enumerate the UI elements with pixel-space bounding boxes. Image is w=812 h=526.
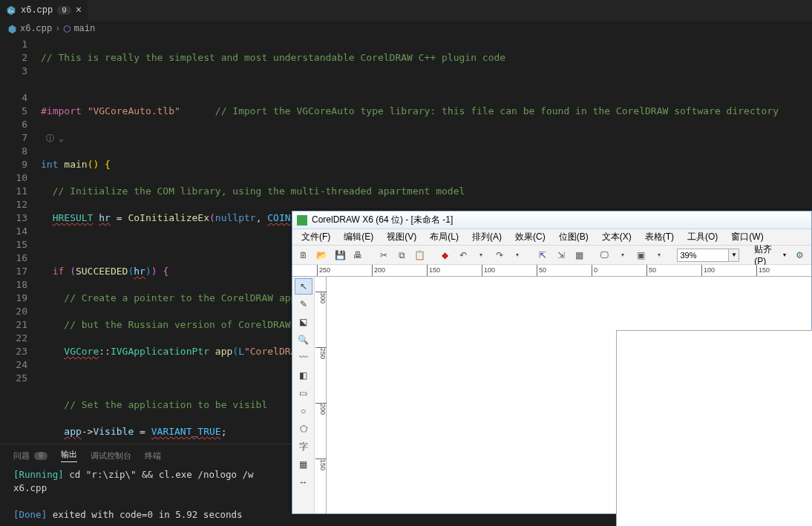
zoom-input[interactable] <box>677 249 729 262</box>
import-icon[interactable]: ⇱ <box>536 248 549 263</box>
polygon-tool-icon[interactable]: ⬠ <box>295 421 312 437</box>
vertical-ruler[interactable]: 300 250 200 150 <box>315 277 327 513</box>
menu-view[interactable]: 视图(V) <box>381 229 422 245</box>
launch-icon[interactable]: 🖵 <box>597 248 611 263</box>
tab-problems[interactable]: 问题 9 <box>13 450 48 461</box>
zoom-combo[interactable]: ▼ <box>677 249 739 262</box>
undo-dd-icon[interactable]: ▾ <box>474 248 488 263</box>
output-running-label: [Running] <box>13 469 64 480</box>
chevron-right-icon: › <box>55 24 60 34</box>
eraser-icon[interactable]: ◆ <box>438 248 451 263</box>
breadcrumb: x6.cpp › ⬡ main <box>0 21 812 37</box>
tab-output[interactable]: 输出 <box>61 449 77 462</box>
zoom-tool-icon[interactable]: 🔍 <box>295 332 312 348</box>
coreldraw-toolbar: 🗎 📂 💾 🖶 ✂ ⧉ 📋 ◆ ↶ ▾ ↷ ▾ ⇱ ⇲ ▦ 🖵 ▾ ▣ ▾ ▼ … <box>292 246 811 265</box>
smart-fill-icon[interactable]: ◧ <box>295 367 312 384</box>
menu-bitmap[interactable]: 位图(B) <box>553 229 595 245</box>
page-rectangle[interactable] <box>616 330 812 526</box>
text-tool-icon[interactable]: 字 <box>295 438 312 455</box>
print-icon[interactable]: 🖶 <box>351 248 364 263</box>
menu-arrange[interactable]: 排列(A) <box>466 229 508 245</box>
tab-problem-badge: 9 <box>57 6 71 15</box>
save-icon[interactable]: 💾 <box>333 248 347 263</box>
cpp-file-icon: C+ <box>6 5 16 16</box>
menu-layout[interactable]: 布局(L) <box>424 229 465 245</box>
publish-icon[interactable]: ▦ <box>572 248 586 263</box>
dimension-tool-icon[interactable]: ↔ <box>295 474 312 490</box>
coreldraw-menubar: 文件(F) 编辑(E) 视图(V) 布局(L) 排列(A) 效果(C) 位图(B… <box>292 229 811 246</box>
ellipse-tool-icon[interactable]: ○ <box>295 403 312 419</box>
launch-dd-icon[interactable]: ▾ <box>616 248 629 263</box>
redo-dd-icon[interactable]: ▾ <box>511 248 524 263</box>
freehand-tool-icon[interactable]: 〰 <box>295 349 312 366</box>
close-icon[interactable]: × <box>76 4 82 16</box>
cpp-file-icon <box>7 24 17 34</box>
output-done-label: [Done] <box>13 509 47 520</box>
menu-file[interactable]: 文件(F) <box>295 229 336 245</box>
menu-window[interactable]: 窗口(W) <box>725 229 769 245</box>
pick-tool-icon[interactable]: ↖ <box>295 278 312 295</box>
menu-effects[interactable]: 效果(C) <box>509 229 551 245</box>
menu-table[interactable]: 表格(T) <box>639 229 680 245</box>
welcome-icon[interactable]: ▣ <box>634 248 647 263</box>
editor-tab-x6cpp[interactable]: C+ x6.cpp 9 × <box>0 0 88 21</box>
horizontal-ruler[interactable]: 250 200 150 100 50 0 50 100 150 <box>292 265 811 277</box>
editor-tab-bar: C+ x6.cpp 9 × <box>0 0 812 21</box>
symbol-icon: ⬡ <box>63 24 71 35</box>
breadcrumb-file[interactable]: x6.cpp <box>20 24 52 34</box>
options-icon[interactable]: ⚙ <box>793 248 807 263</box>
menu-edit[interactable]: 编辑(E) <box>338 229 379 245</box>
menu-text[interactable]: 文本(X) <box>596 229 638 245</box>
new-file-icon[interactable]: 🗎 <box>297 248 310 263</box>
code-lens-icon[interactable]: ⓘ ⌄ <box>41 134 64 143</box>
tab-terminal[interactable]: 终端 <box>145 450 161 461</box>
shape-tool-icon[interactable]: ✎ <box>295 296 312 312</box>
welcome-dd-icon[interactable]: ▾ <box>652 248 665 263</box>
line-gutter: 1234567891011121314151617181920212223242… <box>0 37 41 444</box>
chevron-down-icon[interactable]: ▼ <box>729 249 739 262</box>
menu-tools[interactable]: 工具(O) <box>681 229 724 245</box>
rectangle-tool-icon[interactable]: ▭ <box>295 385 312 401</box>
breadcrumb-symbol[interactable]: main <box>73 24 95 34</box>
undo-icon[interactable]: ↶ <box>456 248 470 263</box>
coreldraw-canvas[interactable] <box>327 277 811 513</box>
open-file-icon[interactable]: 📂 <box>315 248 328 263</box>
cut-icon[interactable]: ✂ <box>376 248 390 263</box>
coreldraw-titlebar[interactable]: CorelDRAW X6 (64 位) - [未命名 -1] <box>292 211 811 229</box>
coreldraw-logo-icon <box>297 215 307 226</box>
paste-icon[interactable]: 📋 <box>413 248 426 263</box>
export-icon[interactable]: ⇲ <box>554 248 568 263</box>
coreldraw-toolbox: ↖ ✎ ⬕ 🔍 〰 ◧ ▭ ○ ⬠ 字 ▦ ↔ <box>292 277 315 513</box>
coreldraw-title-text: CorelDRAW X6 (64 位) - [未命名 -1] <box>312 214 453 226</box>
svg-text:C+: C+ <box>8 9 14 14</box>
copy-icon[interactable]: ⧉ <box>395 248 408 263</box>
coreldraw-window[interactable]: CorelDRAW X6 (64 位) - [未命名 -1] 文件(F) 编辑(… <box>292 211 812 514</box>
snap-dropdown[interactable]: 贴齐(P) ▾ <box>751 243 788 266</box>
redo-icon[interactable]: ↷ <box>493 248 506 263</box>
tab-filename: x6.cpp <box>21 5 53 16</box>
problems-count-badge: 9 <box>34 452 48 460</box>
tab-debug-console[interactable]: 调试控制台 <box>91 450 131 461</box>
crop-tool-icon[interactable]: ⬕ <box>295 314 312 330</box>
table-tool-icon[interactable]: ▦ <box>295 456 312 473</box>
